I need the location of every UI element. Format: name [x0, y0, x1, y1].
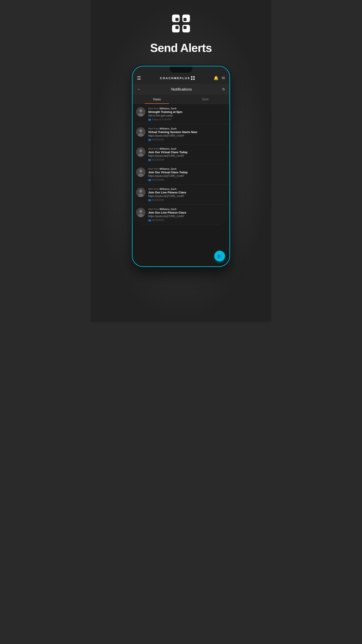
nav-icons: 🔔 ✉ [214, 76, 225, 80]
notification-item[interactable]: Alert from Williams, Zach Join Our Live … [132, 204, 230, 225]
avatar [136, 107, 145, 116]
fab-icon: 👥 [217, 254, 222, 258]
notification-item[interactable]: Alert from Williams, Zach Virtual Traini… [132, 124, 230, 144]
notif-subject: Join Our Virtual Class Today [148, 170, 226, 174]
notif-meta: 04/23/2020 [148, 158, 226, 161]
notif-content: Alert from Williams, Zach Strength Train… [148, 107, 226, 121]
notification-list: Alert from Williams, Zach Strength Train… [132, 104, 230, 225]
svg-rect-7 [183, 26, 187, 29]
alert-from: Alert from Williams, Zach [148, 107, 226, 110]
tabs-row: Yours Sent [132, 95, 230, 104]
notif-content: Alert from Williams, Zach Join Our Live … [148, 188, 226, 201]
notif-subject: Join Our Virtual Class Today [148, 150, 226, 154]
notification-item[interactable]: Alert from Williams, Zach Join Our Virtu… [132, 144, 230, 164]
notif-subject: Join Our Live Fitness Class [148, 211, 226, 214]
notification-item[interactable]: Alert from Williams, Zach Join Our Virtu… [132, 164, 230, 184]
notification-item[interactable]: Alert from Williams, Zach Join Our Live … [132, 184, 230, 204]
avatar [136, 127, 145, 137]
notif-meta: 04/23/2020 [148, 198, 226, 201]
avatar [136, 147, 145, 157]
notif-content: Alert from Williams, Zach Join Our Live … [148, 208, 226, 222]
svg-point-19 [139, 149, 142, 152]
phone-notch [170, 66, 192, 73]
svg-rect-9 [193, 76, 195, 78]
avatar [136, 208, 145, 217]
svg-point-22 [139, 170, 142, 173]
svg-rect-8 [191, 76, 192, 78]
tab-sent[interactable]: Sent [181, 95, 230, 104]
svg-rect-6 [175, 26, 179, 29]
page-wrapper: Send Alerts ☰ COACHMEPLUS 🔔 [90, 0, 272, 322]
page-title: Send Alerts [150, 41, 212, 54]
notif-meta: 04/23/2020 [148, 138, 226, 141]
brand-name: COACHMEPLUS [160, 76, 195, 80]
logo-area [171, 14, 191, 34]
notif-content: Alert from Williams, Zach Join Our Virtu… [148, 168, 226, 181]
phone-screen: ☰ COACHMEPLUS 🔔 ✉ ← N [132, 66, 230, 225]
svg-rect-11 [193, 78, 195, 80]
app-logo [171, 14, 191, 34]
svg-point-28 [139, 210, 142, 213]
alert-from: Alert from Williams, Zach [148, 188, 226, 190]
bell-icon[interactable]: 🔔 [214, 76, 219, 80]
mail-icon[interactable]: ✉ [222, 76, 225, 80]
brand-grid-icon [191, 76, 195, 80]
notifications-header: ← Notifications ↻ [132, 84, 230, 95]
alert-from: Alert from Williams, Zach [148, 168, 226, 170]
notification-item[interactable]: Alert from Williams, Zach Strength Train… [132, 104, 230, 124]
alert-from: Alert from Williams, Zach [148, 147, 226, 150]
notif-subject: Virtual Training Session Starts Now [148, 130, 226, 134]
notif-content: Alert from Williams, Zach Virtual Traini… [148, 127, 226, 141]
notif-body: https://youtu.be/j7URN_rcm8Y [148, 134, 226, 137]
alert-from: Alert from Williams, Zach [148, 208, 226, 210]
fab-button[interactable]: 👥 [214, 251, 225, 262]
refresh-button[interactable]: ↻ [222, 87, 225, 92]
notif-body: https://youtu.be/j7URN_rcm8Y [148, 174, 226, 178]
svg-point-16 [139, 129, 142, 132]
notif-content: Alert from Williams, Zach Join Our Virtu… [148, 147, 226, 161]
phone-frame: ☰ COACHMEPLUS 🔔 ✉ ← N [132, 66, 230, 267]
alert-from: Alert from Williams, Zach [148, 127, 226, 130]
svg-rect-10 [191, 78, 192, 80]
svg-rect-5 [183, 18, 187, 21]
notif-body: Get to the gym early! [148, 114, 226, 117]
svg-point-25 [139, 190, 142, 193]
avatar [136, 188, 145, 197]
notif-meta: Today at 3:36 PM [148, 118, 226, 121]
notif-meta: 04/23/2020 [148, 178, 226, 181]
notifications-title: Notifications [171, 87, 192, 92]
svg-point-13 [139, 109, 142, 112]
notif-body: https://youtu.be/j7URN_rcm8Y [148, 194, 226, 198]
tab-yours[interactable]: Yours [132, 95, 181, 104]
notif-subject: Join Our Live Fitness Class [148, 191, 226, 194]
notif-meta: 04/23/2020 [148, 219, 226, 222]
notif-body: https://youtu.be/j7URN_rcm8Y [148, 215, 226, 218]
hamburger-icon[interactable]: ☰ [137, 75, 141, 81]
notif-subject: Strength Training at 5pm [148, 110, 226, 114]
avatar [136, 168, 145, 177]
back-button[interactable]: ← [137, 87, 141, 92]
svg-rect-4 [175, 18, 179, 21]
notif-body: https://youtu.be/j7URN_rcm8Y [148, 154, 226, 158]
